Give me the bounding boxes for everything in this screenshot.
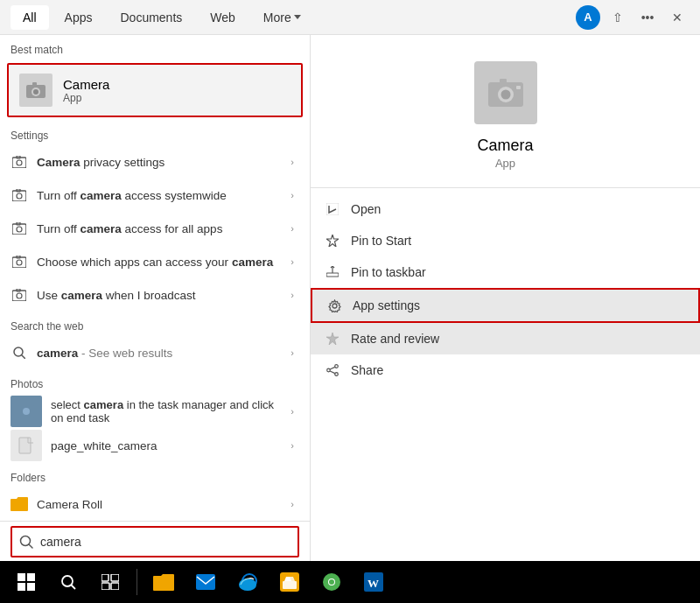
titlebar: All Apps Documents Web More A ⇧ ••• ✕ bbox=[0, 0, 700, 35]
svg-rect-44 bbox=[18, 573, 25, 581]
search-web-icon bbox=[10, 344, 28, 361]
settings-item-text-4: Use camera when I broadcast bbox=[37, 289, 276, 302]
svg-point-39 bbox=[335, 365, 339, 368]
svg-rect-54 bbox=[196, 574, 215, 590]
tab-web[interactable]: Web bbox=[198, 5, 248, 30]
chevron-icon-folder-0: › bbox=[285, 497, 299, 511]
svg-rect-31 bbox=[326, 203, 339, 215]
settings-item-text-3: Choose which apps can access your camera bbox=[37, 256, 276, 269]
photo-item-text-0: select camera in the task manager and cl… bbox=[51, 398, 276, 424]
task-view-button[interactable] bbox=[91, 563, 130, 601]
folder-icon bbox=[10, 495, 28, 513]
camera-settings-icon-0 bbox=[10, 153, 28, 171]
chevron-icon-4: › bbox=[285, 288, 299, 302]
gear-icon bbox=[326, 298, 342, 313]
taskbar-edge-button[interactable] bbox=[228, 563, 267, 601]
chevron-icon-3: › bbox=[285, 255, 299, 269]
chevron-icon-web: › bbox=[285, 346, 299, 360]
taskbar-mail-button[interactable] bbox=[186, 563, 225, 601]
folder-item-text-0: Camera Roll bbox=[37, 498, 276, 511]
svg-rect-59 bbox=[283, 581, 297, 589]
main-content: Best match Camera App Settings bbox=[0, 35, 700, 561]
settings-item-2[interactable]: Turn off camera access for all apps › bbox=[0, 212, 310, 245]
menu-pin-start[interactable]: Pin to Start bbox=[311, 225, 700, 256]
start-button[interactable] bbox=[7, 563, 46, 601]
svg-rect-29 bbox=[500, 79, 507, 84]
svg-rect-30 bbox=[516, 86, 521, 89]
menu-pin-taskbar[interactable]: Pin to taskbar bbox=[311, 256, 700, 288]
photo-text-1: page_white_camera bbox=[51, 439, 158, 452]
taskbar-chrome-button[interactable] bbox=[312, 563, 351, 601]
share-button[interactable]: ⇧ bbox=[606, 5, 630, 30]
tab-documents[interactable]: Documents bbox=[108, 5, 194, 30]
settings-item-3[interactable]: Choose which apps can access your camera… bbox=[0, 245, 310, 278]
photo-item-0[interactable]: select camera in the task manager and cl… bbox=[0, 394, 310, 429]
app-hero: Camera App bbox=[311, 35, 700, 188]
menu-pin-start-label: Pin to Start bbox=[351, 234, 411, 248]
camera-settings-icon-3 bbox=[10, 253, 28, 270]
menu-open[interactable]: Open bbox=[311, 193, 700, 225]
svg-point-22 bbox=[23, 408, 30, 415]
search-icon bbox=[19, 535, 33, 549]
settings-item-text-2: Turn off camera access for all apps bbox=[37, 222, 276, 235]
settings-item-1[interactable]: Turn off camera access systemwide › bbox=[0, 179, 310, 212]
best-match-item[interactable]: Camera App bbox=[7, 63, 303, 117]
menu-rate-review-label: Rate and review bbox=[351, 332, 439, 346]
search-input-wrapper[interactable]: camera bbox=[10, 526, 299, 557]
tab-more[interactable]: More bbox=[251, 5, 313, 30]
svg-marker-38 bbox=[326, 333, 339, 345]
settings-section-label: Settings bbox=[0, 121, 310, 145]
app-hero-icon bbox=[474, 61, 537, 124]
svg-point-57 bbox=[239, 578, 256, 591]
menu-share[interactable]: Share bbox=[311, 354, 700, 386]
app-hero-name: Camera bbox=[477, 137, 533, 155]
svg-point-11 bbox=[17, 227, 22, 232]
chevron-icon-photo-1: › bbox=[285, 438, 299, 452]
taskbar-wsxdn-button[interactable]: W bbox=[354, 563, 393, 601]
taskbar-search-button[interactable] bbox=[49, 563, 88, 601]
tab-bar: All Apps Documents Web More bbox=[10, 5, 576, 30]
taskbar-store-button[interactable] bbox=[270, 563, 309, 601]
web-search-text: camera - See web results bbox=[37, 347, 276, 360]
photo-item-1[interactable]: page_white_camera › bbox=[0, 429, 310, 464]
svg-rect-13 bbox=[12, 257, 26, 268]
menu-open-label: Open bbox=[351, 202, 381, 216]
tab-all[interactable]: All bbox=[10, 5, 49, 30]
taskbar: W bbox=[0, 561, 700, 603]
share-icon bbox=[325, 362, 340, 378]
menu-share-label: Share bbox=[351, 363, 383, 377]
svg-rect-4 bbox=[12, 158, 26, 168]
chevron-icon-photo-0: › bbox=[285, 404, 299, 418]
close-button[interactable]: ✕ bbox=[665, 5, 690, 30]
chevron-icon-2: › bbox=[285, 221, 299, 235]
more-options-button[interactable]: ••• bbox=[635, 5, 660, 30]
settings-item-0[interactable]: Camera privacy settings › bbox=[0, 145, 310, 179]
svg-rect-47 bbox=[27, 583, 35, 591]
svg-marker-32 bbox=[326, 235, 339, 247]
menu-app-settings[interactable]: App settings bbox=[311, 288, 700, 323]
user-avatar[interactable]: A bbox=[576, 5, 600, 30]
chevron-icon-1: › bbox=[285, 188, 299, 202]
explorer-button[interactable] bbox=[144, 563, 183, 601]
settings-item-4[interactable]: Use camera when I broadcast › bbox=[0, 278, 310, 312]
svg-rect-52 bbox=[102, 583, 109, 590]
chevron-icon-0: › bbox=[285, 155, 299, 169]
menu-pin-taskbar-label: Pin to taskbar bbox=[351, 265, 426, 279]
right-panel: Camera App Open Pin to Start bbox=[311, 35, 700, 561]
svg-point-28 bbox=[500, 90, 510, 100]
tab-apps[interactable]: Apps bbox=[52, 5, 105, 30]
pin-taskbar-icon bbox=[325, 264, 340, 280]
settings-bold-0: Camera bbox=[37, 156, 80, 169]
svg-rect-46 bbox=[18, 583, 25, 591]
folder-item-0[interactable]: Camera Roll › bbox=[0, 487, 310, 521]
open-icon bbox=[325, 201, 340, 217]
svg-text:W: W bbox=[368, 577, 379, 590]
svg-line-42 bbox=[330, 367, 335, 369]
web-search-item[interactable]: camera - See web results › bbox=[0, 336, 310, 369]
settings-after-1: access systemwide bbox=[122, 189, 227, 202]
app-type: App bbox=[63, 92, 109, 104]
camera-settings-icon-2 bbox=[10, 220, 28, 237]
menu-rate-review[interactable]: Rate and review bbox=[311, 323, 700, 354]
search-bar: camera bbox=[0, 521, 310, 561]
settings-item-text-1: Turn off camera access systemwide bbox=[37, 189, 276, 202]
